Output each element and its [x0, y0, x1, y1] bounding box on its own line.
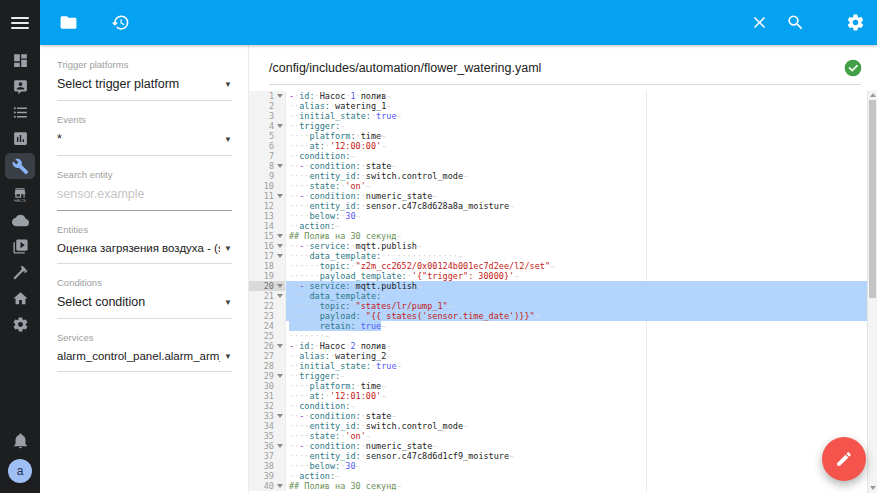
sidebar-item-home[interactable] — [5, 287, 35, 309]
fold-arrow-icon[interactable] — [277, 414, 283, 418]
sidebar-item-chart[interactable] — [5, 127, 35, 149]
history-button[interactable] — [108, 11, 132, 35]
fold-arrow-icon[interactable] — [277, 444, 283, 448]
select-value: Select trigger platform — [57, 77, 179, 91]
line-number[interactable]: 27 — [249, 351, 286, 361]
services-select[interactable]: alarm_control_panel.alarm_arm_aw ... ▼ — [57, 350, 232, 362]
folder-button[interactable] — [56, 11, 80, 35]
sidebar-item-list[interactable] — [5, 101, 35, 123]
line-number[interactable]: 36 — [249, 441, 286, 451]
search-button[interactable] — [783, 11, 807, 35]
search-entity-input[interactable] — [57, 187, 232, 201]
fold-arrow-icon[interactable] — [277, 374, 283, 378]
line-number[interactable]: 30 — [249, 381, 286, 391]
line-number[interactable]: 28 — [249, 361, 286, 371]
code-editor[interactable]: 1-·id:·Насос·1·полив2··alias:·watering_1… — [249, 90, 868, 493]
media-icon — [12, 238, 29, 255]
line-number[interactable]: 10 — [249, 181, 286, 191]
sidebar-item-hacs[interactable]: HACS — [5, 183, 35, 205]
fold-arrow-icon[interactable] — [277, 244, 283, 248]
field-label: Events — [57, 114, 232, 125]
scrollbar-thumb[interactable] — [869, 100, 876, 298]
fold-arrow-icon[interactable] — [277, 164, 283, 168]
line-number[interactable]: 2 — [249, 101, 286, 111]
line-number[interactable]: 13 — [249, 211, 286, 221]
line-number[interactable]: 29 — [249, 371, 286, 381]
line-number[interactable]: 22 — [249, 301, 286, 311]
settings-button[interactable] — [843, 11, 867, 35]
close-icon — [750, 13, 769, 32]
line-number[interactable]: 25 — [249, 331, 286, 341]
sidebar-item-wrench[interactable] — [5, 153, 35, 179]
line-number[interactable]: 12 — [249, 201, 286, 211]
line-number[interactable]: 7 — [249, 151, 286, 161]
select-value: Оценка загрязения воздуха - (se ... — [57, 242, 220, 254]
code-line: 38····below:·30 — [249, 461, 868, 471]
divider — [57, 318, 232, 319]
edit-fab-button[interactable] — [822, 437, 866, 481]
file-path-input[interactable]: /config/includes/automation/flower_water… — [269, 61, 843, 75]
line-number[interactable]: 33 — [249, 411, 286, 421]
line-number[interactable]: 8 — [249, 161, 286, 171]
notifications-button[interactable] — [5, 429, 35, 451]
line-number[interactable]: 21 — [249, 291, 286, 301]
line-number[interactable]: 3 — [249, 111, 286, 121]
editor-scrollbar[interactable] — [867, 90, 877, 493]
sidebar-bottom: a — [0, 429, 40, 483]
line-number[interactable]: 39 — [249, 471, 286, 481]
line-number[interactable]: 6 — [249, 141, 286, 151]
code-line: 24······retain:·true — [249, 321, 868, 331]
line-number[interactable]: 35 — [249, 431, 286, 441]
cloud-icon — [12, 212, 29, 229]
line-number[interactable]: 11 — [249, 191, 286, 201]
code-line: 26-·id:·Насос·2·полив — [249, 341, 868, 351]
line-number[interactable]: 26 — [249, 341, 286, 351]
events-select[interactable]: * ▼ — [57, 132, 232, 146]
line-number[interactable]: 16 — [249, 241, 286, 251]
sidebar-item-account-badge[interactable] — [5, 75, 35, 97]
line-number[interactable]: 31 — [249, 391, 286, 401]
gear-icon — [846, 13, 865, 32]
sidebar-item-cloud[interactable] — [5, 209, 35, 231]
entities-select[interactable]: Оценка загрязения воздуха - (se ... ▼ — [57, 242, 232, 254]
line-number[interactable]: 19 — [249, 271, 286, 281]
line-number[interactable]: 4 — [249, 121, 286, 131]
line-number[interactable]: 34 — [249, 421, 286, 431]
sidebar-item-hammer[interactable] — [5, 261, 35, 283]
line-number[interactable]: 15 — [249, 231, 286, 241]
fold-arrow-icon[interactable] — [277, 484, 283, 488]
fold-arrow-icon[interactable] — [277, 284, 283, 288]
account-badge-icon — [12, 78, 29, 95]
fold-arrow-icon[interactable] — [277, 234, 283, 238]
avatar[interactable]: a — [8, 459, 32, 483]
line-number[interactable]: 23 — [249, 311, 286, 321]
line-number[interactable]: 1 — [249, 91, 286, 101]
line-number[interactable]: 17 — [249, 251, 286, 261]
line-number[interactable]: 38 — [249, 461, 286, 471]
line-number[interactable]: 40 — [249, 481, 286, 491]
fold-arrow-icon[interactable] — [277, 294, 283, 298]
line-number[interactable]: 24 — [249, 321, 286, 331]
line-number[interactable]: 9 — [249, 171, 286, 181]
sidebar-item-settings[interactable] — [5, 313, 35, 335]
fold-arrow-icon[interactable] — [277, 94, 283, 98]
scroll-up-icon[interactable] — [870, 93, 876, 97]
sidebar-item-dashboard[interactable] — [5, 49, 35, 71]
condition-select[interactable]: Select condition ▼ — [57, 295, 232, 309]
line-number[interactable]: 5 — [249, 131, 286, 141]
close-button[interactable] — [747, 11, 771, 35]
line-number[interactable]: 32 — [249, 401, 286, 411]
line-number[interactable]: 18 — [249, 261, 286, 271]
menu-button[interactable] — [0, 0, 40, 45]
line-number[interactable]: 37 — [249, 451, 286, 461]
code-line: 37····entity_id:·sensor.c47c8d6d1cf9_moi… — [249, 451, 868, 461]
sidebar-item-media[interactable] — [5, 235, 35, 257]
fold-arrow-icon[interactable] — [277, 254, 283, 258]
line-number[interactable]: 14 — [249, 221, 286, 231]
line-number[interactable]: 20 — [249, 281, 286, 291]
fold-arrow-icon[interactable] — [277, 124, 283, 128]
trigger-platform-select[interactable]: Select trigger platform ▼ — [57, 77, 232, 91]
scroll-down-icon[interactable] — [870, 486, 876, 490]
fold-arrow-icon[interactable] — [277, 344, 283, 348]
fold-arrow-icon[interactable] — [277, 194, 283, 198]
